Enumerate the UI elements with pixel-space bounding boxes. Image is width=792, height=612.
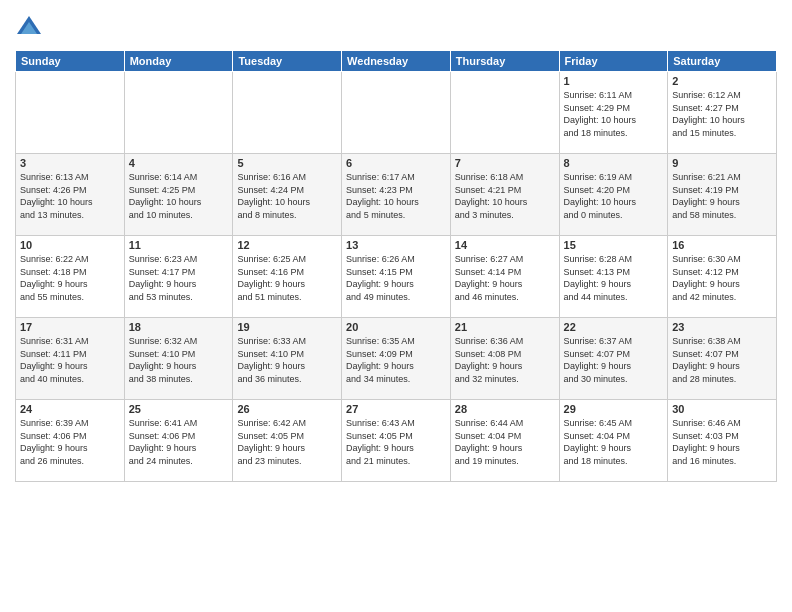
day-info: Sunrise: 6:42 AMSunset: 4:05 PMDaylight:… — [237, 417, 337, 467]
day-cell: 11Sunrise: 6:23 AMSunset: 4:17 PMDayligh… — [124, 236, 233, 318]
day-cell: 16Sunrise: 6:30 AMSunset: 4:12 PMDayligh… — [668, 236, 777, 318]
day-cell — [124, 72, 233, 154]
day-cell: 24Sunrise: 6:39 AMSunset: 4:06 PMDayligh… — [16, 400, 125, 482]
day-number: 13 — [346, 239, 446, 251]
header — [15, 10, 777, 42]
day-info: Sunrise: 6:11 AMSunset: 4:29 PMDaylight:… — [564, 89, 664, 139]
day-number: 5 — [237, 157, 337, 169]
day-info: Sunrise: 6:16 AMSunset: 4:24 PMDaylight:… — [237, 171, 337, 221]
day-info: Sunrise: 6:37 AMSunset: 4:07 PMDaylight:… — [564, 335, 664, 385]
day-number: 26 — [237, 403, 337, 415]
day-number: 27 — [346, 403, 446, 415]
day-number: 21 — [455, 321, 555, 333]
day-number: 30 — [672, 403, 772, 415]
day-cell: 27Sunrise: 6:43 AMSunset: 4:05 PMDayligh… — [342, 400, 451, 482]
day-number: 4 — [129, 157, 229, 169]
day-info: Sunrise: 6:32 AMSunset: 4:10 PMDaylight:… — [129, 335, 229, 385]
day-cell: 30Sunrise: 6:46 AMSunset: 4:03 PMDayligh… — [668, 400, 777, 482]
day-number: 14 — [455, 239, 555, 251]
day-number: 23 — [672, 321, 772, 333]
day-cell: 25Sunrise: 6:41 AMSunset: 4:06 PMDayligh… — [124, 400, 233, 482]
day-cell: 22Sunrise: 6:37 AMSunset: 4:07 PMDayligh… — [559, 318, 668, 400]
day-cell: 7Sunrise: 6:18 AMSunset: 4:21 PMDaylight… — [450, 154, 559, 236]
day-info: Sunrise: 6:38 AMSunset: 4:07 PMDaylight:… — [672, 335, 772, 385]
day-number: 11 — [129, 239, 229, 251]
day-cell: 3Sunrise: 6:13 AMSunset: 4:26 PMDaylight… — [16, 154, 125, 236]
day-info: Sunrise: 6:44 AMSunset: 4:04 PMDaylight:… — [455, 417, 555, 467]
day-cell: 10Sunrise: 6:22 AMSunset: 4:18 PMDayligh… — [16, 236, 125, 318]
day-cell: 26Sunrise: 6:42 AMSunset: 4:05 PMDayligh… — [233, 400, 342, 482]
week-row-5: 24Sunrise: 6:39 AMSunset: 4:06 PMDayligh… — [16, 400, 777, 482]
day-info: Sunrise: 6:46 AMSunset: 4:03 PMDaylight:… — [672, 417, 772, 467]
header-tuesday: Tuesday — [233, 51, 342, 72]
day-info: Sunrise: 6:33 AMSunset: 4:10 PMDaylight:… — [237, 335, 337, 385]
day-number: 16 — [672, 239, 772, 251]
header-monday: Monday — [124, 51, 233, 72]
day-cell: 28Sunrise: 6:44 AMSunset: 4:04 PMDayligh… — [450, 400, 559, 482]
header-thursday: Thursday — [450, 51, 559, 72]
day-number: 3 — [20, 157, 120, 169]
logo-icon — [15, 14, 43, 42]
day-cell: 23Sunrise: 6:38 AMSunset: 4:07 PMDayligh… — [668, 318, 777, 400]
day-number: 29 — [564, 403, 664, 415]
day-info: Sunrise: 6:22 AMSunset: 4:18 PMDaylight:… — [20, 253, 120, 303]
day-cell: 4Sunrise: 6:14 AMSunset: 4:25 PMDaylight… — [124, 154, 233, 236]
header-saturday: Saturday — [668, 51, 777, 72]
day-info: Sunrise: 6:26 AMSunset: 4:15 PMDaylight:… — [346, 253, 446, 303]
day-info: Sunrise: 6:36 AMSunset: 4:08 PMDaylight:… — [455, 335, 555, 385]
day-number: 8 — [564, 157, 664, 169]
day-info: Sunrise: 6:14 AMSunset: 4:25 PMDaylight:… — [129, 171, 229, 221]
day-cell: 12Sunrise: 6:25 AMSunset: 4:16 PMDayligh… — [233, 236, 342, 318]
day-cell — [450, 72, 559, 154]
day-number: 22 — [564, 321, 664, 333]
calendar: Sunday Monday Tuesday Wednesday Thursday… — [15, 50, 777, 482]
day-info: Sunrise: 6:23 AMSunset: 4:17 PMDaylight:… — [129, 253, 229, 303]
day-cell: 13Sunrise: 6:26 AMSunset: 4:15 PMDayligh… — [342, 236, 451, 318]
day-number: 20 — [346, 321, 446, 333]
day-cell: 6Sunrise: 6:17 AMSunset: 4:23 PMDaylight… — [342, 154, 451, 236]
day-number: 19 — [237, 321, 337, 333]
day-info: Sunrise: 6:39 AMSunset: 4:06 PMDaylight:… — [20, 417, 120, 467]
day-cell: 20Sunrise: 6:35 AMSunset: 4:09 PMDayligh… — [342, 318, 451, 400]
day-number: 24 — [20, 403, 120, 415]
header-sunday: Sunday — [16, 51, 125, 72]
day-info: Sunrise: 6:28 AMSunset: 4:13 PMDaylight:… — [564, 253, 664, 303]
day-cell: 19Sunrise: 6:33 AMSunset: 4:10 PMDayligh… — [233, 318, 342, 400]
day-number: 7 — [455, 157, 555, 169]
day-cell: 5Sunrise: 6:16 AMSunset: 4:24 PMDaylight… — [233, 154, 342, 236]
day-info: Sunrise: 6:25 AMSunset: 4:16 PMDaylight:… — [237, 253, 337, 303]
day-cell — [342, 72, 451, 154]
day-number: 28 — [455, 403, 555, 415]
day-info: Sunrise: 6:45 AMSunset: 4:04 PMDaylight:… — [564, 417, 664, 467]
day-info: Sunrise: 6:13 AMSunset: 4:26 PMDaylight:… — [20, 171, 120, 221]
day-info: Sunrise: 6:31 AMSunset: 4:11 PMDaylight:… — [20, 335, 120, 385]
day-number: 1 — [564, 75, 664, 87]
day-cell: 17Sunrise: 6:31 AMSunset: 4:11 PMDayligh… — [16, 318, 125, 400]
day-cell: 1Sunrise: 6:11 AMSunset: 4:29 PMDaylight… — [559, 72, 668, 154]
day-info: Sunrise: 6:30 AMSunset: 4:12 PMDaylight:… — [672, 253, 772, 303]
day-cell — [16, 72, 125, 154]
day-cell: 8Sunrise: 6:19 AMSunset: 4:20 PMDaylight… — [559, 154, 668, 236]
day-cell: 14Sunrise: 6:27 AMSunset: 4:14 PMDayligh… — [450, 236, 559, 318]
day-cell: 18Sunrise: 6:32 AMSunset: 4:10 PMDayligh… — [124, 318, 233, 400]
day-info: Sunrise: 6:27 AMSunset: 4:14 PMDaylight:… — [455, 253, 555, 303]
day-cell — [233, 72, 342, 154]
day-number: 17 — [20, 321, 120, 333]
day-number: 15 — [564, 239, 664, 251]
day-number: 10 — [20, 239, 120, 251]
week-row-3: 10Sunrise: 6:22 AMSunset: 4:18 PMDayligh… — [16, 236, 777, 318]
day-info: Sunrise: 6:41 AMSunset: 4:06 PMDaylight:… — [129, 417, 229, 467]
logo — [15, 14, 47, 42]
day-cell: 15Sunrise: 6:28 AMSunset: 4:13 PMDayligh… — [559, 236, 668, 318]
day-info: Sunrise: 6:12 AMSunset: 4:27 PMDaylight:… — [672, 89, 772, 139]
page: Sunday Monday Tuesday Wednesday Thursday… — [0, 0, 792, 612]
day-info: Sunrise: 6:17 AMSunset: 4:23 PMDaylight:… — [346, 171, 446, 221]
day-cell: 29Sunrise: 6:45 AMSunset: 4:04 PMDayligh… — [559, 400, 668, 482]
day-cell: 9Sunrise: 6:21 AMSunset: 4:19 PMDaylight… — [668, 154, 777, 236]
day-info: Sunrise: 6:35 AMSunset: 4:09 PMDaylight:… — [346, 335, 446, 385]
week-row-1: 1Sunrise: 6:11 AMSunset: 4:29 PMDaylight… — [16, 72, 777, 154]
day-number: 2 — [672, 75, 772, 87]
header-friday: Friday — [559, 51, 668, 72]
week-row-2: 3Sunrise: 6:13 AMSunset: 4:26 PMDaylight… — [16, 154, 777, 236]
weekday-header-row: Sunday Monday Tuesday Wednesday Thursday… — [16, 51, 777, 72]
